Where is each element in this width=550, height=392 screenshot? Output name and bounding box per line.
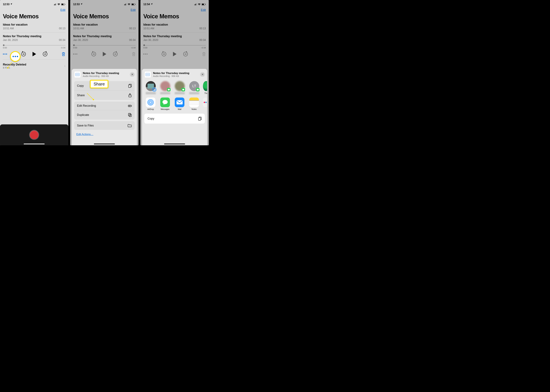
contact-item[interactable] <box>174 81 186 94</box>
scrub-remain: -0:34 <box>61 47 65 49</box>
edit-button[interactable]: Edit <box>60 8 65 12</box>
svg-point-35 <box>205 102 207 103</box>
svg-point-26 <box>149 100 152 104</box>
share-sheet: Notes for Thursday meeting Audio Recordi… <box>142 69 207 145</box>
memo-date: Jan 30, 2020 <box>3 39 18 42</box>
location-icon <box>10 3 12 6</box>
sheet-subtitle: Audio Recording · 956 KB <box>153 75 198 77</box>
app-notes[interactable]: Notes <box>188 98 200 110</box>
contact-avatar <box>203 81 207 91</box>
svg-rect-0 <box>53 5 54 5</box>
memo-duration: 00:13 <box>59 27 65 30</box>
copy-icon <box>198 117 202 121</box>
recently-deleted-row[interactable]: Recently Deleted 8 Files › <box>0 61 68 71</box>
action-share[interactable]: Share <box>74 91 135 100</box>
svg-rect-31 <box>189 102 199 102</box>
copy-icon <box>128 84 132 88</box>
app-airdrop[interactable]: AirDrop <box>145 98 156 110</box>
share-contacts-row[interactable]: LT The <box>142 79 207 96</box>
home-indicator[interactable] <box>164 144 185 144</box>
svg-point-25 <box>150 101 151 103</box>
messages-badge-icon <box>181 88 185 91</box>
svg-point-34 <box>204 102 205 103</box>
waveform-icon <box>128 104 132 107</box>
wifi-icon <box>57 3 60 6</box>
contact-name-redacted <box>175 92 185 94</box>
record-button[interactable] <box>29 130 39 140</box>
memo-title: Ideas for vacation <box>3 23 65 26</box>
edit-actions-link[interactable]: Edit Actions… <box>72 132 137 138</box>
play-icon[interactable] <box>33 52 36 56</box>
airdrop-icon <box>146 98 155 107</box>
memo-title: Notes for Thursday meeting <box>3 35 65 38</box>
svg-rect-33 <box>189 104 199 105</box>
svg-rect-2 <box>55 4 56 5</box>
memo-date: 10:51 AM <box>3 27 14 30</box>
close-icon[interactable]: ✕ <box>200 72 205 77</box>
svg-rect-30 <box>189 100 199 101</box>
svg-rect-14 <box>129 85 131 88</box>
home-indicator[interactable] <box>24 144 45 144</box>
sheet-title: Notes for Thursday meeting <box>83 72 128 75</box>
svg-point-28 <box>163 100 168 104</box>
contact-item[interactable] <box>159 81 171 94</box>
svg-rect-17 <box>129 114 131 117</box>
contact-name-redacted <box>189 92 199 94</box>
notes-icon <box>189 98 199 107</box>
action-copy[interactable]: Copy <box>144 114 205 124</box>
skip-back-15-icon[interactable]: 15 <box>21 52 26 56</box>
more-app-icon <box>203 98 207 107</box>
cellular-icon <box>53 3 56 5</box>
contact-item[interactable]: The <box>203 81 207 94</box>
playback-scrubber[interactable] <box>3 45 65 46</box>
callout-highlight-box: Share <box>90 80 108 88</box>
svg-rect-6 <box>65 4 65 5</box>
airdrop-badge-icon <box>152 88 156 92</box>
chevron-right-icon: › <box>64 64 65 68</box>
contact-item[interactable] <box>145 81 157 94</box>
memo-item-2[interactable]: Notes for Thursday meeting Jan 30, 2020 … <box>0 34 68 43</box>
action-edit-recording[interactable]: Edit Recording <box>74 102 135 110</box>
phone-screen-1: 12:53 Edit Voice Memos Ideas for vacatio… <box>0 0 68 145</box>
messages-badge-icon <box>196 88 200 91</box>
contact-item[interactable]: LT <box>188 81 200 94</box>
phone-screen-3: 12:54 Edit Voice Memos Ideas for vacatio… <box>140 0 209 145</box>
memo-duration: 00:34 <box>59 39 65 42</box>
app-messages[interactable]: Messages <box>159 98 171 110</box>
svg-rect-3 <box>56 3 56 5</box>
phone-screen-2: 12:53 Edit Voice Memos Ideas for vacatio… <box>70 0 138 145</box>
scrub-start: 0:00 <box>3 47 7 49</box>
more-options-icon[interactable] <box>3 54 7 55</box>
folder-icon <box>128 124 132 127</box>
messages-badge-icon <box>167 88 171 91</box>
status-time: 12:53 <box>3 3 9 6</box>
svg-rect-36 <box>198 118 201 120</box>
action-save-to-files[interactable]: Save to Files <box>74 121 135 130</box>
deleted-count: 8 Files <box>3 66 26 69</box>
share-apps-row[interactable]: AirDrop Messages Mail Notes <box>142 96 207 111</box>
app-more[interactable] <box>203 98 207 110</box>
contact-name: The <box>204 92 207 94</box>
battery-icon <box>61 3 65 6</box>
contact-name-redacted <box>146 92 156 94</box>
record-dock <box>0 124 68 145</box>
memo-item-1[interactable]: Ideas for vacation 10:51 AM 00:13 <box>0 22 68 32</box>
duplicate-icon <box>128 113 132 117</box>
page-title: Voice Memos <box>0 12 68 22</box>
skip-forward-15-icon[interactable]: 15 <box>43 52 47 56</box>
app-mail[interactable]: Mail <box>174 98 185 110</box>
sheet-title: Notes for Thursday meeting <box>153 72 198 75</box>
close-icon[interactable]: ✕ <box>130 72 135 77</box>
recording-thumbnail-icon <box>144 71 151 78</box>
svg-rect-1 <box>54 4 55 5</box>
status-bar: 12:53 <box>0 0 68 7</box>
trash-icon[interactable] <box>62 52 65 56</box>
svg-rect-5 <box>62 4 64 5</box>
mail-icon <box>175 98 184 107</box>
share-icon <box>128 93 132 97</box>
home-indicator[interactable] <box>94 144 115 144</box>
deleted-title: Recently Deleted <box>3 63 26 66</box>
recording-thumbnail-icon <box>74 71 81 78</box>
action-duplicate[interactable]: Duplicate <box>74 110 135 119</box>
sheet-subtitle: Audio Recording · 956 KB <box>83 75 128 77</box>
